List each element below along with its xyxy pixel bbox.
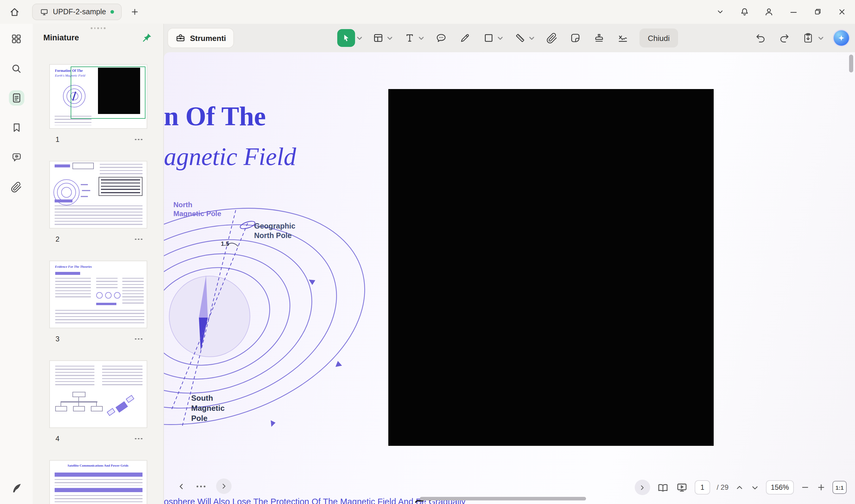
unsaved-indicator-dot: [110, 10, 114, 14]
decor: [60, 402, 61, 406]
thumbnail-list: Formation Of The Earth's Magnetic Field …: [33, 50, 163, 504]
save-button[interactable]: [801, 31, 815, 45]
decor: [54, 199, 72, 202]
horizontal-scrollbar[interactable]: [420, 497, 586, 501]
thumbnails-panel: Miniature Formation Of The Earth's Magne…: [33, 24, 164, 504]
vertical-scrollbar[interactable]: [849, 55, 853, 72]
cursor-icon: [341, 33, 351, 43]
label-geographic-north-pole: Geographic North Pole: [254, 222, 296, 241]
document-tab[interactable]: UPDF-2-sample: [32, 3, 121, 20]
text-tool-button[interactable]: [403, 31, 417, 45]
doc-title-line2: agnetic Field: [164, 143, 296, 171]
stamp-tool-button[interactable]: [592, 31, 606, 45]
tools-button[interactable]: Strumenti: [167, 28, 234, 48]
panel-title: Miniature: [43, 33, 79, 42]
decor: [55, 406, 67, 411]
redo-button[interactable]: [777, 31, 791, 45]
chevron-down-icon: [529, 35, 535, 41]
decor: [115, 401, 128, 413]
search-button[interactable]: [8, 60, 24, 76]
chevron-down-icon: [497, 35, 503, 41]
ai-assistant-button[interactable]: [834, 30, 849, 46]
page-thumbnail-1[interactable]: Formation Of The Earth's Magnetic Field: [49, 64, 147, 129]
select-tool-dropdown[interactable]: [356, 35, 363, 41]
search-icon: [10, 62, 22, 74]
measure-tool-button[interactable]: [513, 31, 527, 45]
text-tool-dropdown[interactable]: [418, 35, 425, 41]
home-button[interactable]: [5, 2, 24, 21]
bookmarks-button[interactable]: [8, 120, 24, 136]
document-canvas[interactable]: n Of The agnetic Field North Magnetic Po…: [164, 52, 855, 504]
zoom-level-input[interactable]: 156%: [766, 480, 794, 494]
select-tool-button[interactable]: [337, 29, 355, 47]
attachments-button[interactable]: [8, 179, 24, 195]
shape-tool-dropdown[interactable]: [497, 35, 503, 41]
viewport-indicator[interactable]: [70, 67, 145, 119]
pen-tool-button[interactable]: [458, 31, 472, 45]
comment-tool-button[interactable]: [434, 31, 448, 45]
collapse-controls-button[interactable]: [635, 480, 650, 495]
page-number-input[interactable]: 1: [695, 480, 710, 494]
page3-more-button[interactable]: [135, 338, 142, 340]
slideshow-button[interactable]: [676, 481, 688, 493]
measure-tool-dropdown[interactable]: [529, 35, 535, 41]
chevron-right-icon: [639, 484, 646, 491]
actual-size-button[interactable]: 1:1: [833, 481, 847, 494]
reading-mode-button[interactable]: [657, 481, 669, 493]
page-nav-more-button[interactable]: [197, 485, 206, 487]
signature-tool-button[interactable]: [616, 31, 630, 45]
sticker-tool-button[interactable]: [568, 31, 583, 45]
thumbnails-button[interactable]: [8, 90, 24, 106]
page-number-3: 3: [55, 335, 59, 343]
titlebar: UPDF-2-sample: [0, 0, 855, 24]
page-display-tool-button[interactable]: [371, 31, 385, 45]
decor: [96, 303, 116, 305]
page-display-dropdown[interactable]: [387, 35, 393, 41]
close-button[interactable]: [835, 5, 849, 19]
thumb3-label-row: 3: [49, 334, 147, 344]
undo-button[interactable]: [753, 31, 768, 45]
undo-icon: [755, 32, 767, 44]
decor: [55, 272, 80, 275]
decor: [73, 406, 85, 411]
apps-grid-button[interactable]: [8, 31, 24, 46]
tab-title: UPDF-2-sample: [53, 8, 106, 16]
comments-button[interactable]: [8, 149, 24, 165]
previous-page-button[interactable]: [735, 483, 744, 492]
attachment-tool-button[interactable]: [545, 31, 559, 45]
maximize-button[interactable]: [811, 5, 825, 19]
workspace: Strumenti: [164, 24, 855, 504]
prev-page-arrow-button[interactable]: [177, 482, 186, 491]
app-window: UPDF-2-sample: [0, 0, 855, 504]
zoom-in-button[interactable]: [816, 483, 826, 492]
page-thumbnail-5[interactable]: Satellite Communications And Power Grids: [49, 460, 147, 504]
decor: [91, 406, 103, 411]
thumb2-label-row: 2: [49, 234, 147, 244]
close-tools-button[interactable]: Chiudi: [640, 29, 678, 48]
thumb4-label-row: 4: [49, 434, 147, 444]
new-tab-button[interactable]: [126, 3, 143, 20]
panel-drag-handle[interactable]: [91, 27, 105, 29]
next-page-arrow-button[interactable]: [216, 479, 232, 494]
shape-tool-button[interactable]: [482, 31, 496, 45]
page-thumbnail-3[interactable]: Evidence For The Theories: [49, 260, 147, 328]
embedded-media[interactable]: [388, 89, 714, 446]
chevron-down-icon: [387, 35, 393, 41]
notifications-button[interactable]: [737, 5, 752, 19]
account-button[interactable]: [762, 5, 776, 19]
page-thumbnail-4[interactable]: [49, 360, 147, 428]
minimize-button[interactable]: [786, 5, 800, 19]
decor: [107, 408, 115, 416]
tools-icon: [175, 33, 186, 43]
page1-more-button[interactable]: [135, 139, 142, 140]
collapse-toolbar-button[interactable]: [713, 5, 727, 19]
paperclip-icon: [11, 181, 22, 193]
page-number-4: 4: [55, 434, 59, 443]
save-dropdown[interactable]: [818, 35, 824, 41]
page4-more-button[interactable]: [135, 438, 142, 439]
pin-icon[interactable]: [141, 32, 153, 43]
page-thumbnail-2[interactable]: [49, 161, 147, 229]
page2-more-button[interactable]: [135, 239, 142, 240]
zoom-out-button[interactable]: [800, 483, 810, 492]
next-page-button[interactable]: [750, 483, 760, 492]
